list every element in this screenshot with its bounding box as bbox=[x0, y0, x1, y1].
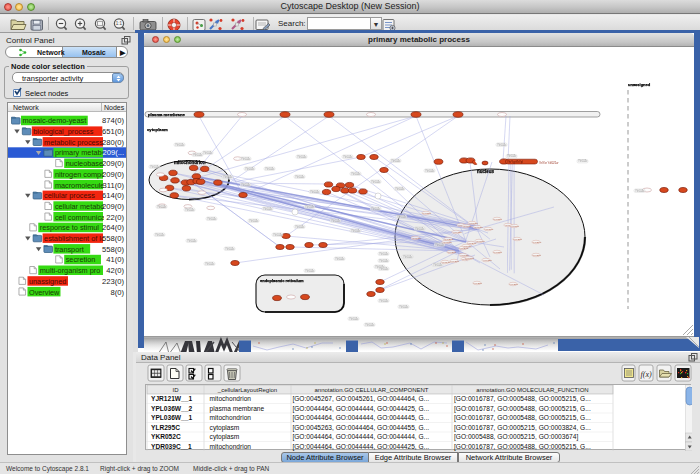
svg-text:Ylr044c: Ylr044c bbox=[305, 269, 315, 273]
svg-text:nucleobase-: nucleobase- bbox=[66, 159, 106, 168]
svg-text:[GO:0005488, GO:0005215, GO:00: [GO:0005488, GO:0005215, GO:0003674] bbox=[454, 433, 578, 441]
svg-text:Yel021w: Yel021w bbox=[474, 226, 483, 229]
svg-text:[GO:0044464, GO:0044444, GO:00: [GO:0044464, GO:0044444, GO:0044444, G..… bbox=[292, 433, 429, 441]
svg-text:264(0): 264(0) bbox=[102, 223, 124, 232]
svg-text:209(0): 209(0) bbox=[102, 159, 124, 168]
svg-text:Yel021w: Yel021w bbox=[484, 228, 493, 231]
svg-text:Yel021w: Yel021w bbox=[453, 231, 462, 234]
svg-text:558(0): 558(0) bbox=[102, 245, 124, 254]
svg-text:Ylr044c: Ylr044c bbox=[187, 239, 197, 243]
svg-text:Ylr044c: Ylr044c bbox=[207, 217, 217, 221]
svg-text:macromolecule: macromolecule bbox=[55, 181, 104, 190]
svg-text:Ylr044c: Ylr044c bbox=[263, 207, 273, 211]
svg-text:Ylr044c: Ylr044c bbox=[403, 255, 413, 259]
svg-text:cytoplasm: cytoplasm bbox=[210, 424, 240, 432]
svg-text:22(0): 22(0) bbox=[106, 213, 124, 222]
svg-text:874(0): 874(0) bbox=[102, 116, 124, 125]
svg-text:Ylr044c: Ylr044c bbox=[305, 205, 315, 209]
svg-text:Yel021w: Yel021w bbox=[476, 240, 485, 243]
svg-text:Yel021w: Yel021w bbox=[442, 261, 451, 264]
svg-text:biological_process: biological_process bbox=[33, 127, 93, 136]
svg-text:Yel021w: Yel021w bbox=[465, 257, 474, 260]
svg-text:Ylr044c: Ylr044c bbox=[205, 262, 215, 266]
svg-text:Ylr044c: Ylr044c bbox=[415, 227, 425, 231]
svg-text:Yel021w: Yel021w bbox=[469, 222, 478, 225]
svg-text:ID: ID bbox=[173, 387, 180, 393]
svg-text:Yel021w: Yel021w bbox=[493, 218, 502, 221]
svg-text:f(x): f(x) bbox=[641, 370, 652, 379]
svg-text:YhrYgrYlrYpl: YhrYgrYlrYpl bbox=[507, 160, 523, 164]
svg-text:Ylr044c: Ylr044c bbox=[245, 167, 255, 171]
svg-text:[GO:0044464, GO:0044444, GO:00: [GO:0044464, GO:0044444, GO:0044425, G..… bbox=[292, 405, 429, 413]
svg-text:[GO:0016787, GO:0005215, GO:00: [GO:0016787, GO:0005215, GO:0003824, G..… bbox=[454, 424, 591, 432]
svg-text:Ylr044c: Ylr044c bbox=[365, 323, 375, 327]
svg-text:Ylr044c: Ylr044c bbox=[223, 175, 233, 179]
svg-text:mitochondrion: mitochondrion bbox=[210, 414, 252, 421]
svg-text:cytoplasm: cytoplasm bbox=[210, 433, 240, 441]
svg-text:[GO:0016787, GO:0005488, GO:00: [GO:0016787, GO:0005488, GO:0005215, G..… bbox=[454, 395, 591, 403]
svg-text:[GO:0016787, GO:0005488, GO:00: [GO:0016787, GO:0005488, GO:0005215, G..… bbox=[454, 414, 591, 422]
svg-text:280(0): 280(0) bbox=[102, 138, 124, 147]
svg-text:Ylr044c: Ylr044c bbox=[379, 267, 389, 271]
svg-text:Ylr044c: Ylr044c bbox=[150, 165, 160, 169]
svg-text:Ylr044c: Ylr044c bbox=[635, 189, 645, 193]
svg-text:Yel021w: Yel021w bbox=[483, 259, 492, 262]
svg-text:Ylr044c: Ylr044c bbox=[343, 155, 353, 159]
svg-text:cellular process: cellular process bbox=[44, 191, 95, 200]
svg-text:Ylr044c: Ylr044c bbox=[295, 175, 305, 179]
svg-text:Yel021w: Yel021w bbox=[463, 245, 472, 248]
svg-text:Ylr044c: Ylr044c bbox=[379, 299, 389, 303]
svg-text:cell communicat: cell communicat bbox=[55, 213, 107, 222]
svg-text:Ylr044c: Ylr044c bbox=[273, 233, 283, 237]
svg-text:annotation.GO CELLULAR_COMPONE: annotation.GO CELLULAR_COMPONENT bbox=[314, 387, 428, 393]
svg-text:Ylr044c: Ylr044c bbox=[371, 207, 381, 211]
svg-text:558(0): 558(0) bbox=[102, 234, 124, 243]
svg-text:[GO:0044464, GO:0044444, GO:00: [GO:0044464, GO:0044444, GO:0044425, G..… bbox=[292, 443, 429, 451]
svg-text:209(0): 209(0) bbox=[102, 170, 124, 179]
svg-text:[GO:0044464, GO:0044444, GO:00: [GO:0044464, GO:0044444, GO:0044445, G..… bbox=[292, 414, 429, 422]
svg-text:Ylr044c: Ylr044c bbox=[241, 157, 251, 161]
svg-text:Ylr044c: Ylr044c bbox=[193, 153, 203, 157]
svg-text:Yel021w: Yel021w bbox=[532, 254, 541, 257]
svg-text:614(0): 614(0) bbox=[102, 191, 124, 200]
svg-text:primary metabo: primary metabo bbox=[55, 148, 106, 157]
svg-text:Ylr044c: Ylr044c bbox=[249, 219, 259, 223]
svg-text:YKR052C: YKR052C bbox=[151, 433, 181, 440]
svg-text:41(0): 41(0) bbox=[106, 255, 124, 264]
svg-text:Ylr044c: Ylr044c bbox=[507, 154, 517, 158]
svg-text:Ylr044c: Ylr044c bbox=[379, 252, 389, 256]
svg-text:plasma membrane: plasma membrane bbox=[148, 112, 185, 117]
svg-text:[GO:0016787, GO:0005488, GO:00: [GO:0016787, GO:0005488, GO:0005215, G..… bbox=[454, 443, 591, 451]
svg-text:Yel021w: Yel021w bbox=[513, 238, 522, 241]
svg-text:Ylr044c: Ylr044c bbox=[578, 159, 588, 163]
svg-text:Ylr044c: Ylr044c bbox=[310, 190, 320, 194]
svg-text:nitrogen compo: nitrogen compo bbox=[55, 170, 105, 179]
svg-text:Ylr044c: Ylr044c bbox=[397, 215, 407, 219]
svg-text:Yel021w: Yel021w bbox=[463, 225, 472, 228]
svg-text:plasma membrane: plasma membrane bbox=[210, 405, 265, 413]
svg-text:Ylr044c: Ylr044c bbox=[331, 219, 341, 223]
svg-text:Ylr044c: Ylr044c bbox=[497, 143, 507, 147]
svg-text:Ylr044c: Ylr044c bbox=[295, 225, 305, 229]
svg-text:Ylr044c: Ylr044c bbox=[425, 169, 435, 173]
svg-text:Ylr044c: Ylr044c bbox=[185, 208, 195, 212]
svg-text:Yel021w: Yel021w bbox=[422, 212, 431, 215]
svg-text:Ylr044c: Ylr044c bbox=[395, 187, 405, 191]
svg-text:endoplasmic reticulum: endoplasmic reticulum bbox=[260, 278, 304, 283]
svg-text:Ylr044c: Ylr044c bbox=[155, 233, 165, 237]
svg-text:Yel021w: Yel021w bbox=[443, 241, 452, 244]
svg-text:cellular metabo: cellular metabo bbox=[55, 202, 104, 211]
svg-text:311(0): 311(0) bbox=[103, 181, 125, 190]
svg-text:Ylr044c: Ylr044c bbox=[349, 317, 359, 321]
svg-text:unassigned: unassigned bbox=[29, 277, 66, 286]
svg-text:209(0): 209(0) bbox=[102, 202, 124, 211]
svg-text:42(0): 42(0) bbox=[106, 266, 124, 275]
svg-text:metabolic process: metabolic process bbox=[44, 138, 103, 147]
svg-text:mitochondrion: mitochondrion bbox=[210, 395, 252, 402]
svg-text:YPL036W__2: YPL036W__2 bbox=[151, 405, 192, 412]
svg-text:Yel021w: Yel021w bbox=[450, 260, 459, 263]
svg-text:Ylr044c: Ylr044c bbox=[225, 247, 235, 251]
svg-text:Yel021w: Yel021w bbox=[447, 251, 456, 254]
svg-text:Ylr044c: Ylr044c bbox=[297, 155, 307, 159]
svg-text:YDR039C__1: YDR039C__1 bbox=[151, 443, 192, 450]
